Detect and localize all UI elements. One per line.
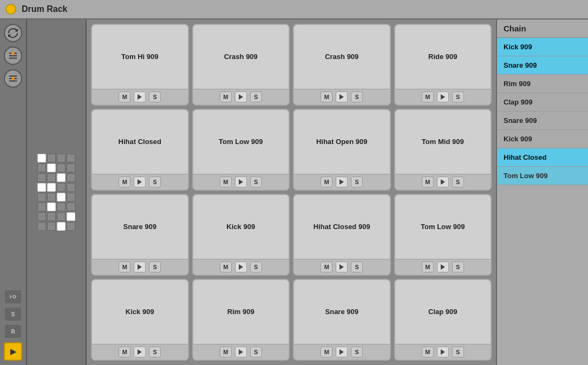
chain-item[interactable]: Rim 909 [497,75,588,93]
grid-cell[interactable] [57,183,66,192]
s-label[interactable]: S [5,308,21,321]
chain-item[interactable]: Hihat Closed [497,148,588,167]
chain-item[interactable]: Kick 909 [497,130,588,148]
drum-pad[interactable]: Hihat Open 909 M S [293,109,391,191]
grid-cell[interactable] [47,193,56,201]
solo-button[interactable]: S [452,92,464,102]
grid-cell[interactable] [57,173,66,182]
mute-button[interactable]: M [119,177,130,187]
mute-button[interactable]: M [119,262,130,272]
mute-button[interactable]: M [422,347,434,357]
drum-pad[interactable]: Tom Low 909 M S [192,109,290,191]
solo-button[interactable]: S [250,177,262,187]
play-button[interactable] [235,92,247,102]
play-button[interactable] [437,92,449,102]
solo-button[interactable]: S [149,262,161,272]
chain-item[interactable]: Tom Low 909 [497,167,588,185]
mute-button[interactable]: M [321,177,332,187]
play-button[interactable] [134,177,146,187]
grid-cell[interactable] [47,154,56,162]
play-button[interactable] [336,347,348,357]
solo-button[interactable]: S [351,262,363,272]
grid-cell[interactable] [57,193,66,201]
grid-cell[interactable] [37,222,46,231]
play-button[interactable] [235,177,247,187]
grid-cell[interactable] [67,193,75,201]
drum-pad[interactable]: Ride 909 M S [394,24,492,106]
grid-cell[interactable] [47,183,56,192]
grid-cell[interactable] [47,203,56,211]
drum-pad[interactable]: Hihat Closed 909 M S [293,194,391,276]
grid-cell[interactable] [37,183,46,192]
drum-pad[interactable]: Tom Low 909 M S [394,194,492,276]
drum-pad[interactable]: Clap 909 M S [394,279,492,361]
mute-button[interactable]: M [220,92,232,102]
chain-item[interactable]: Kick 909 [497,38,588,56]
drum-pad[interactable]: Snare 909 M S [293,279,391,361]
grid-cell[interactable] [47,222,56,231]
mute-button[interactable]: M [321,262,332,272]
mute-button[interactable]: M [422,92,434,102]
solo-button[interactable]: S [452,347,464,357]
chain-item[interactable]: Clap 909 [497,93,588,112]
play-button[interactable] [437,262,449,272]
mute-button[interactable]: M [119,92,130,102]
play-button[interactable] [437,177,449,187]
io-label[interactable]: I·O [5,290,21,303]
mute-button[interactable]: M [220,177,232,187]
grid-cell[interactable] [37,193,46,201]
grid-cell[interactable] [47,212,56,221]
solo-button[interactable]: S [351,347,363,357]
drum-pad[interactable]: Tom Hi 909 M S [91,24,189,106]
grid-cell[interactable] [37,212,46,221]
play-button[interactable] [134,92,146,102]
play-button[interactable] [134,262,146,272]
play-button[interactable]: ▶ [4,342,22,361]
solo-button[interactable]: S [250,262,262,272]
grid-cell[interactable] [37,173,46,182]
play-button[interactable] [336,262,348,272]
grid-cell[interactable] [57,212,66,221]
grid-cell[interactable] [57,164,66,172]
solo-button[interactable]: S [149,92,161,102]
mute-button[interactable]: M [422,262,434,272]
sidebar-menu-button[interactable] [4,47,22,65]
drum-pad[interactable]: Tom Mid 909 M S [394,109,492,191]
mute-button[interactable]: M [422,177,434,187]
drum-pad[interactable]: Hihat Closed M S [91,109,189,191]
mute-button[interactable]: M [220,262,232,272]
mute-button[interactable]: M [119,347,130,357]
play-button[interactable] [336,92,348,102]
play-button[interactable] [437,347,449,357]
mute-button[interactable]: M [220,347,232,357]
mute-button[interactable]: M [321,92,332,102]
grid-cell[interactable] [67,173,75,182]
grid-cell[interactable] [67,154,75,162]
solo-button[interactable]: S [250,347,262,357]
r-label[interactable]: R [5,325,21,338]
solo-button[interactable]: S [351,177,363,187]
play-button[interactable] [134,347,146,357]
drum-pad[interactable]: Rim 909 M S [192,279,290,361]
grid-cell[interactable] [47,164,56,172]
grid-cell[interactable] [67,164,75,172]
sidebar-refresh-button[interactable] [4,24,22,42]
drum-pad[interactable]: Kick 909 M S [91,279,189,361]
grid-cell[interactable] [67,212,75,221]
solo-button[interactable]: S [250,92,262,102]
drum-pad[interactable]: Kick 909 M S [192,194,290,276]
drum-pad[interactable]: Snare 909 M S [91,194,189,276]
play-button[interactable] [235,262,247,272]
solo-button[interactable]: S [452,177,464,187]
drum-pad[interactable]: Crash 909 M S [192,24,290,106]
chain-item[interactable]: Snare 909 [497,112,588,130]
play-button[interactable] [235,347,247,357]
grid-cell[interactable] [47,173,56,182]
grid-cell[interactable] [57,154,66,162]
solo-button[interactable]: S [149,347,161,357]
grid-cell[interactable] [67,203,75,211]
grid-cell[interactable] [37,154,46,162]
solo-button[interactable]: S [351,92,363,102]
grid-cell[interactable] [67,183,75,192]
grid-cell[interactable] [57,203,66,211]
